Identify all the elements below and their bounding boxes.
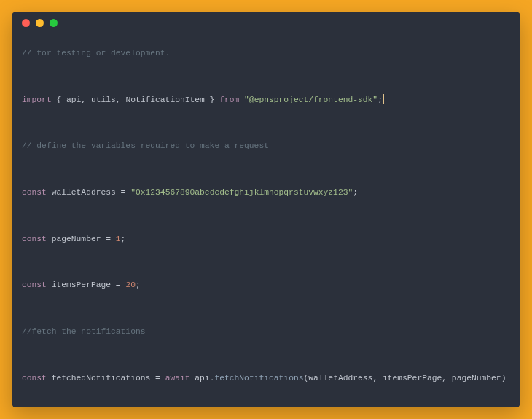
comment: // define the variables required to make… xyxy=(22,141,269,150)
var-pageNumber: pageNumber xyxy=(47,235,106,243)
var-fetchedNotifications: fetchedNotifications xyxy=(47,374,155,383)
import-package: "@epnsproject/frontend-sdk" xyxy=(244,95,378,104)
close-icon[interactable] xyxy=(22,19,30,27)
items-value: 20 xyxy=(125,281,136,289)
import-keyword: import xyxy=(22,95,52,104)
code-editor[interactable]: // for testing or development. import { … xyxy=(12,30,520,407)
var-walletAddress: walletAddress xyxy=(47,188,121,197)
comment: //fetch the notifications xyxy=(22,327,145,336)
from-keyword: from xyxy=(219,95,239,104)
window-titlebar xyxy=(12,12,520,30)
wallet-value: "0x1234567890abcdcdefghijklmnopqrstuvwxy… xyxy=(130,188,353,197)
import-names: { api, utils, NotificationItem } xyxy=(52,95,220,104)
editor-window: // for testing or development. import { … xyxy=(12,12,520,407)
minimize-icon[interactable] xyxy=(36,19,44,27)
var-itemsPerPage: itemsPerPage xyxy=(47,281,116,289)
text-cursor xyxy=(383,94,384,104)
comment: // for testing or development. xyxy=(22,49,170,58)
maximize-icon[interactable] xyxy=(50,19,58,27)
fn-fetchNotifications: fetchNotifications xyxy=(214,374,303,383)
page-value: 1 xyxy=(116,235,121,243)
